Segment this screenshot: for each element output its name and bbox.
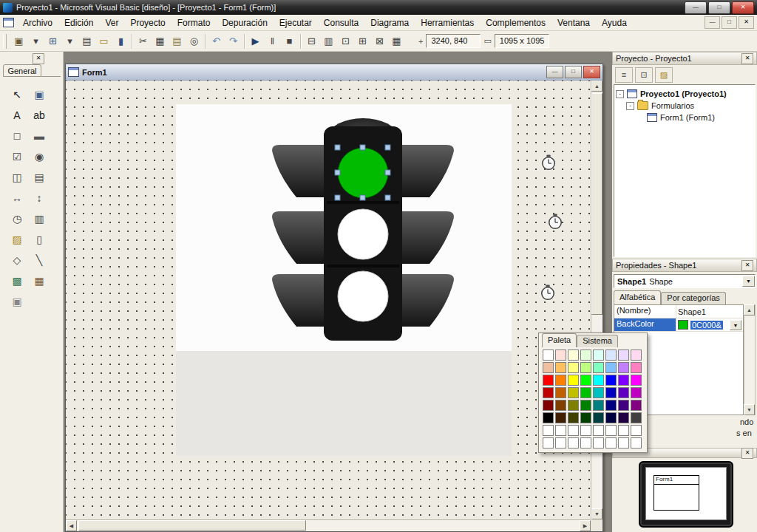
project-explorer-button[interactable]: ⊟ xyxy=(303,33,320,50)
menu-item-formato[interactable]: Formato xyxy=(172,16,217,30)
menu-item-proyecto[interactable]: Proyecto xyxy=(124,16,171,30)
palette-color-cell[interactable] xyxy=(631,412,642,423)
palette-color-cell[interactable] xyxy=(631,425,642,436)
palette-color-cell[interactable] xyxy=(605,387,617,398)
scroll-down-button[interactable]: ▼ xyxy=(744,404,755,415)
redo-button[interactable]: ↷ xyxy=(225,33,242,50)
tool-vscrollbar[interactable]: ↕ xyxy=(30,188,49,208)
palette-color-cell[interactable] xyxy=(593,400,604,411)
project-explorer-caption[interactable]: Proyecto - Proyecto1 ✕ xyxy=(612,52,757,65)
properties-window-button[interactable]: ▥ xyxy=(320,33,337,50)
palette-color-cell[interactable] xyxy=(618,362,629,373)
menu-editor-button[interactable]: ▤ xyxy=(78,33,95,50)
mini-form-preview[interactable]: Form1 xyxy=(654,475,699,511)
horizontal-scroll-thumb[interactable] xyxy=(78,520,306,531)
palette-color-cell[interactable] xyxy=(631,349,642,361)
palette-color-cell[interactable] xyxy=(568,375,579,386)
form-vertical-scrollbar[interactable]: ▲ ▼ xyxy=(591,81,602,519)
form-horizontal-scrollbar[interactable]: ◀ ▶ xyxy=(66,519,591,531)
palette-color-cell[interactable] xyxy=(618,437,629,449)
palette-color-cell[interactable] xyxy=(593,425,604,436)
tool-commandbutton[interactable]: ▬ xyxy=(30,126,49,146)
vertical-scroll-thumb[interactable] xyxy=(591,93,602,315)
view-code-button[interactable]: ≡ xyxy=(615,67,633,83)
palette-color-cell[interactable] xyxy=(605,412,617,423)
palette-color-cell[interactable] xyxy=(605,362,617,373)
add-form-button[interactable]: ⊞ xyxy=(44,33,61,50)
scroll-left-button[interactable]: ◀ xyxy=(66,520,77,531)
menu-item-archivo[interactable]: Archivo xyxy=(17,16,58,30)
tool-label[interactable]: A xyxy=(7,106,27,125)
timer2-control[interactable] xyxy=(547,214,563,230)
tool-frame[interactable]: □ xyxy=(7,126,27,146)
tool-listbox[interactable]: ▤ xyxy=(30,168,49,187)
end-button[interactable]: ■ xyxy=(281,33,298,50)
form-title-bar[interactable]: Form1 — □ ✕ xyxy=(66,64,602,81)
add-project-dropdown[interactable]: ▾ xyxy=(27,33,44,50)
form-layout-window-button[interactable]: ⊡ xyxy=(337,33,354,50)
palette-color-cell[interactable] xyxy=(618,387,629,398)
form-minimize-button[interactable]: — xyxy=(546,66,563,78)
start-button[interactable]: ▶ xyxy=(247,33,264,50)
scroll-up-button[interactable]: ▲ xyxy=(744,304,755,316)
selection-handle[interactable] xyxy=(360,145,365,150)
menu-item-depuracion[interactable]: Depuración xyxy=(216,16,273,30)
palette-color-cell[interactable] xyxy=(543,437,554,449)
tool-image[interactable]: ▩ xyxy=(7,271,27,290)
palette-color-cell[interactable] xyxy=(555,375,566,386)
project-explorer-close-button[interactable]: ✕ xyxy=(741,53,753,64)
shape2-off-light[interactable] xyxy=(338,209,388,259)
selection-handle[interactable] xyxy=(385,195,390,200)
palette-color-cell[interactable] xyxy=(543,387,554,398)
properties-caption[interactable]: Propiedades - Shape1 ✕ xyxy=(612,259,757,272)
palette-color-cell[interactable] xyxy=(568,387,579,398)
tab-alphabetic[interactable]: Alfabética xyxy=(614,290,661,304)
palette-color-cell[interactable] xyxy=(543,375,554,386)
palette-color-cell[interactable] xyxy=(580,437,591,449)
find-button[interactable]: ◎ xyxy=(186,33,203,50)
traffic-light-image-control[interactable] xyxy=(176,104,512,351)
toolbox-window-button[interactable]: ⊠ xyxy=(371,33,388,50)
selection-handle[interactable] xyxy=(360,195,365,200)
tree-item-form1[interactable]: Form1 (Form1) xyxy=(647,112,753,123)
palette-color-cell[interactable] xyxy=(568,400,579,411)
palette-color-cell[interactable] xyxy=(605,400,617,411)
backcolor-dropdown-button[interactable]: ▼ xyxy=(730,320,741,330)
palette-color-cell[interactable] xyxy=(618,375,629,386)
tool-dirlistbox[interactable]: ▨ xyxy=(7,230,27,249)
copy-button[interactable]: ▦ xyxy=(152,33,169,50)
properties-close-button[interactable]: ✕ xyxy=(741,260,753,271)
palette-color-cell[interactable] xyxy=(580,412,591,423)
form-design-surface[interactable] xyxy=(66,81,591,519)
cut-button[interactable]: ✂ xyxy=(135,33,152,50)
menu-item-consulta[interactable]: Consulta xyxy=(318,16,364,30)
menu-item-ver[interactable]: Ver xyxy=(99,16,124,30)
backcolor-value-text[interactable]: 0C000& xyxy=(690,321,723,330)
maximize-button[interactable]: □ xyxy=(708,1,730,14)
palette-color-cell[interactable] xyxy=(631,400,642,411)
combo-dropdown-icon[interactable]: ▼ xyxy=(742,276,755,287)
tool-picturebox[interactable]: ▣ xyxy=(30,85,49,104)
shape1-green-light[interactable] xyxy=(338,148,388,198)
form-maximize-button[interactable]: □ xyxy=(565,66,582,78)
form-close-button[interactable]: ✕ xyxy=(583,66,600,78)
palette-color-cell[interactable] xyxy=(555,362,566,373)
palette-color-cell[interactable] xyxy=(543,400,554,411)
break-button[interactable]: ‖ xyxy=(264,33,281,50)
tab-categorized[interactable]: Por categorías xyxy=(661,292,726,304)
add-project-button[interactable]: ▣ xyxy=(10,33,27,50)
palette-color-cell[interactable] xyxy=(618,412,629,423)
tree-item-project[interactable]: - Proyecto1 (Proyecto1) xyxy=(616,88,753,100)
palette-color-cell[interactable] xyxy=(555,425,566,436)
palette-color-cell[interactable] xyxy=(580,425,591,436)
menu-item-ejecutar[interactable]: Ejecutar xyxy=(274,16,318,30)
palette-color-cell[interactable] xyxy=(593,362,604,373)
property-row-name[interactable]: (Nombre) Shape1 xyxy=(614,305,743,318)
tool-hscrollbar[interactable]: ↔ xyxy=(7,188,27,208)
palette-color-cell[interactable] xyxy=(580,349,591,361)
scroll-up-button[interactable]: ▲ xyxy=(591,81,602,92)
tool-combobox[interactable]: ◫ xyxy=(7,168,27,187)
property-row-backcolor[interactable]: BackColor 0C000& ▼ xyxy=(614,318,743,332)
palette-color-cell[interactable] xyxy=(631,375,642,386)
menu-item-herramientas[interactable]: Herramientas xyxy=(415,16,480,30)
